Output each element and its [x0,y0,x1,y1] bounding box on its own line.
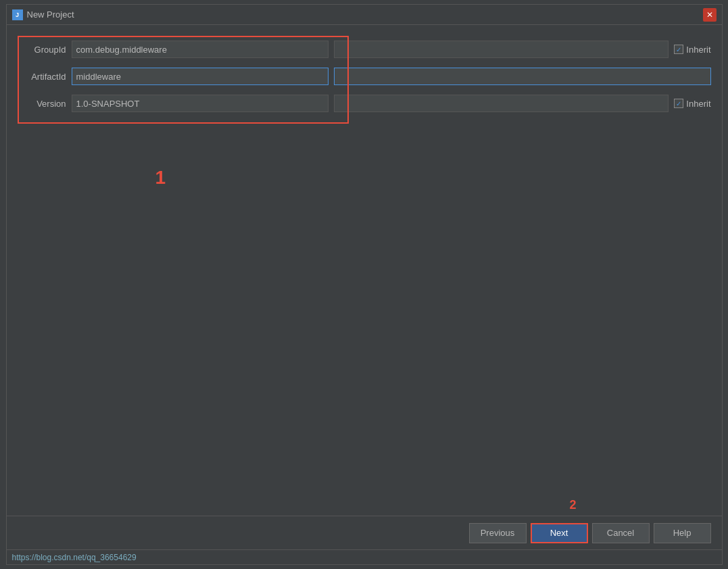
status-bar: https://blog.csdn.net/qq_36654629 [7,549,722,564]
artifactid-right-input[interactable] [334,68,711,85]
groupid-right-input[interactable] [334,41,669,58]
annotation-1: 1 [155,167,166,189]
fields-container: GroupId Inherit ArtifactId Versio [18,36,711,117]
close-button[interactable]: ✕ [703,8,717,22]
groupid-inherit-label: Inherit [686,45,710,55]
title-bar: J New Project ✕ [7,5,722,25]
help-button[interactable]: Help [654,523,711,543]
next-button[interactable]: Next [531,523,588,543]
cancel-button[interactable]: Cancel [592,523,650,543]
groupid-input[interactable] [72,41,329,58]
form-rows: GroupId Inherit ArtifactId Versio [18,36,711,117]
version-row: Version Inherit [18,90,711,117]
groupid-inherit-checkbox[interactable] [674,45,683,54]
version-inherit-checkbox[interactable] [674,99,683,108]
status-url: https://blog.csdn.net/qq_36654629 [12,553,137,562]
groupid-inherit-area: Inherit [674,45,710,55]
version-input[interactable] [72,95,329,112]
bottom-bar: 2 Previous Next Cancel Help [7,516,722,549]
previous-button[interactable]: Previous [469,523,527,543]
version-label: Version [18,99,72,109]
app-icon: J [12,9,23,20]
artifactid-row: ArtifactId [18,63,711,90]
artifactid-input[interactable] [72,68,329,85]
version-inherit-label: Inherit [686,99,710,109]
groupid-label: GroupId [18,45,72,55]
version-inherit-area: Inherit [674,99,710,109]
groupid-row: GroupId Inherit [18,36,711,63]
dialog-title: New Project [27,9,703,20]
artifactid-label: ArtifactId [18,72,72,82]
version-right-input[interactable] [334,95,669,112]
new-project-dialog: J New Project ✕ GroupId Inherit [6,4,723,565]
annotation-2: 2 [569,498,576,512]
dialog-content: GroupId Inherit ArtifactId Versio [7,25,722,516]
